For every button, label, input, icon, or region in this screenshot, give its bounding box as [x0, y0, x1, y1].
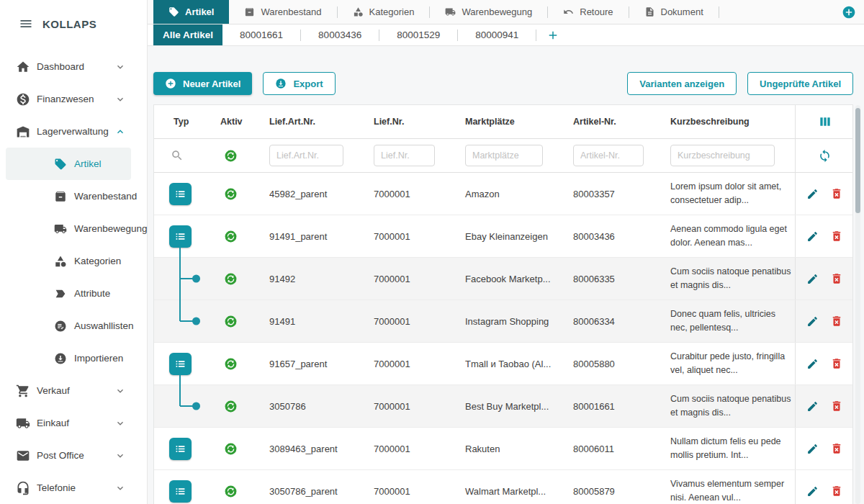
- table-row[interactable]: 30507867000001Best Buy Marketpl...800016…: [154, 385, 852, 428]
- sidebar-item-telefonie[interactable]: Telefonie: [0, 472, 147, 504]
- typ-cell: [154, 173, 208, 215]
- table-row[interactable]: 45982_parent7000001Amazon80003357Lorem i…: [154, 173, 852, 215]
- sidebar-item-artikel[interactable]: Artikel: [6, 148, 131, 180]
- sidebar-item-attribute[interactable]: Attribute: [0, 277, 147, 310]
- edit-button[interactable]: [806, 230, 819, 243]
- marktplatz-cell: Best Buy Marketpl...: [456, 385, 561, 427]
- article-tab-80003436[interactable]: 80003436: [301, 24, 379, 45]
- table-row[interactable]: 914917000001Instagram Shopping80006334Do…: [154, 300, 852, 343]
- filter-lief-art-nr-cell: [258, 139, 363, 172]
- tab-warenbestand[interactable]: Warenbestand: [229, 0, 336, 24]
- filter-kurzbeschreibung-input[interactable]: [670, 145, 775, 166]
- table-row[interactable]: 91491_parent7000001Ebay Kleinanzeigen800…: [154, 215, 852, 258]
- active-status-icon[interactable]: [224, 485, 238, 498]
- filter-lief-art-nr-input[interactable]: [269, 145, 343, 166]
- article-tab-80000941[interactable]: 80000941: [458, 24, 536, 45]
- article-type-button[interactable]: [169, 183, 192, 205]
- new-article-label: Neuer Artikel: [183, 78, 240, 89]
- active-status-icon[interactable]: [224, 272, 238, 286]
- article-type-button[interactable]: [169, 353, 192, 375]
- sidebar-item-warenbewegung[interactable]: Warenbewegung: [0, 212, 147, 245]
- article-type-button[interactable]: [169, 225, 192, 248]
- sidebar-item-warenbestand[interactable]: Warenbestand: [0, 180, 147, 212]
- tab-retoure[interactable]: Retoure: [548, 0, 628, 24]
- articles-table: TypAktivLief.Art.Nr.Lief.Nr.MarktplätzeA…: [153, 104, 853, 504]
- sidebar-item-label: Finanzwesen: [37, 94, 94, 104]
- article-tab-alle-artikel[interactable]: Alle Artikel: [153, 24, 222, 45]
- row-actions-cell: [795, 215, 853, 257]
- row-actions-cell: [795, 258, 853, 300]
- menu-icon[interactable]: [19, 17, 33, 31]
- edit-button[interactable]: [806, 443, 819, 455]
- chevron-down-icon: [114, 418, 126, 429]
- document-icon: [644, 6, 655, 17]
- column-settings-button[interactable]: [818, 114, 832, 129]
- delete-button[interactable]: [830, 187, 843, 200]
- tab-label: Warenbestand: [261, 6, 321, 17]
- active-status-icon[interactable]: [224, 230, 238, 243]
- sidebar-item-finanzwesen[interactable]: Finanzwesen: [0, 83, 147, 115]
- tree-connector: [180, 320, 193, 322]
- article-tab-80001529[interactable]: 80001529: [379, 24, 457, 45]
- active-status-icon[interactable]: [224, 442, 238, 456]
- kurzbeschreibung-value: Cum sociis natoque penatibus et magnis d…: [670, 265, 794, 292]
- sidebar-item-kategorien[interactable]: Kategorien: [0, 245, 147, 277]
- refresh-button[interactable]: [818, 149, 832, 163]
- list-icon: [174, 357, 187, 371]
- tab-divider: [719, 6, 719, 18]
- sidebar-item-einkauf[interactable]: Einkauf: [0, 407, 147, 439]
- active-filter-toggle-icon[interactable]: [224, 149, 238, 163]
- article-tab-80001661[interactable]: 80001661: [222, 24, 300, 45]
- table-row[interactable]: 91657_parent7000001Tmall и Taobao (Al...…: [154, 343, 852, 385]
- home-icon: [16, 60, 30, 74]
- filter-kurzbeschreibung-cell: [658, 139, 795, 172]
- unchecked-articles-button[interactable]: Ungeprüfte Artikel: [747, 72, 853, 95]
- tab-warenbewegung[interactable]: Warenbewegung: [430, 0, 547, 24]
- tab-kategorien[interactable]: Kategorien: [338, 0, 430, 24]
- active-status-icon[interactable]: [224, 400, 238, 413]
- sidebar-item-auswahllisten[interactable]: Auswahllisten: [0, 310, 147, 342]
- filter-lief-nr-input[interactable]: [374, 145, 435, 166]
- edit-button[interactable]: [806, 400, 819, 413]
- table-row[interactable]: 914927000001Facebook Marketp...80006335C…: [154, 258, 852, 300]
- delete-button[interactable]: [830, 230, 843, 243]
- edit-button[interactable]: [806, 358, 819, 370]
- active-status-icon[interactable]: [224, 357, 238, 371]
- delete-button[interactable]: [830, 442, 843, 455]
- edit-button[interactable]: [806, 485, 819, 498]
- edit-button[interactable]: [806, 188, 819, 200]
- table-row[interactable]: 3089463_parent7000001Rakuten80006011Null…: [154, 428, 852, 470]
- add-article-tab-button[interactable]: [536, 24, 570, 45]
- delete-button[interactable]: [830, 400, 843, 413]
- export-button[interactable]: Export: [263, 72, 335, 95]
- tab-dokument[interactable]: Dokument: [629, 0, 719, 24]
- filter-marktplaetze-input[interactable]: [465, 145, 543, 166]
- sidebar-item-post-office[interactable]: Post Office: [0, 439, 147, 472]
- return-icon: [563, 6, 574, 17]
- table-row[interactable]: 3050786_parent7000001Walmart Marketpl...…: [154, 470, 852, 504]
- show-variants-button[interactable]: Varianten anzeigen: [627, 72, 737, 95]
- marktplatz-cell: Facebook Marketp...: [456, 258, 561, 300]
- edit-button[interactable]: [806, 273, 819, 285]
- active-status-icon[interactable]: [224, 315, 238, 328]
- table-scrollbar[interactable]: [855, 108, 860, 213]
- lief-art-nr-cell: 3089463_parent: [258, 428, 363, 469]
- edit-button[interactable]: [806, 315, 819, 328]
- tab-artikel[interactable]: Artikel: [153, 0, 229, 24]
- delete-button[interactable]: [830, 315, 843, 328]
- filter-artikel-nr-input[interactable]: [573, 145, 644, 166]
- sidebar-item-importieren[interactable]: Importieren: [0, 342, 147, 374]
- delete-button[interactable]: [830, 485, 843, 498]
- delete-button[interactable]: [830, 357, 843, 370]
- article-type-button[interactable]: [169, 480, 192, 503]
- delete-button[interactable]: [830, 272, 843, 285]
- article-type-button[interactable]: [169, 438, 192, 460]
- row-actions-cell: [795, 343, 853, 384]
- add-tab-button[interactable]: [842, 5, 856, 19]
- new-article-button[interactable]: Neuer Artikel: [153, 72, 252, 95]
- sidebar-item-dashboard[interactable]: Dashboard: [0, 50, 147, 83]
- active-status-icon[interactable]: [224, 187, 238, 201]
- marktplatz-cell: Tmall и Taobao (Al...: [456, 343, 561, 384]
- sidebar-item-verkauf[interactable]: Verkauf: [0, 374, 147, 407]
- sidebar-item-lagerverwaltung[interactable]: Lagerverwaltung: [0, 115, 147, 148]
